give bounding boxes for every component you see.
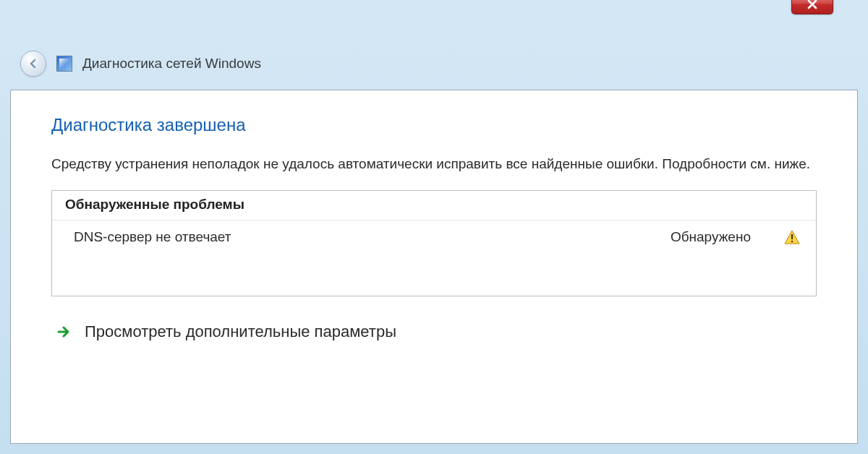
problem-row[interactable]: DNS-сервер не отвечает Обнаружено xyxy=(52,220,816,296)
back-button[interactable] xyxy=(20,51,46,77)
problem-name: DNS-сервер не отвечает xyxy=(74,229,671,245)
wizard-header: Диагностика сетей Windows xyxy=(0,0,868,90)
svg-rect-1 xyxy=(791,241,793,242)
problem-status: Обнаружено xyxy=(671,229,751,245)
description: Средству устранения неполадок не удалось… xyxy=(51,154,817,174)
arrow-right-icon xyxy=(56,324,72,340)
network-diagnostics-icon xyxy=(56,56,72,72)
problems-box: Обнаруженные проблемы DNS-сервер не отве… xyxy=(51,190,817,296)
arrow-left-icon xyxy=(27,57,40,70)
problems-header: Обнаруженные проблемы xyxy=(52,191,816,220)
link-text: Просмотреть дополнительные параметры xyxy=(85,322,396,341)
warning-icon xyxy=(784,230,800,244)
close-icon xyxy=(807,0,818,9)
svg-rect-0 xyxy=(791,234,793,239)
dialog-body: Диагностика завершена Средству устранени… xyxy=(10,90,858,444)
close-button[interactable] xyxy=(791,0,833,14)
wizard-title: Диагностика сетей Windows xyxy=(82,56,261,72)
view-additional-options-link[interactable]: Просмотреть дополнительные параметры xyxy=(51,322,817,341)
heading: Диагностика завершена xyxy=(51,115,817,135)
